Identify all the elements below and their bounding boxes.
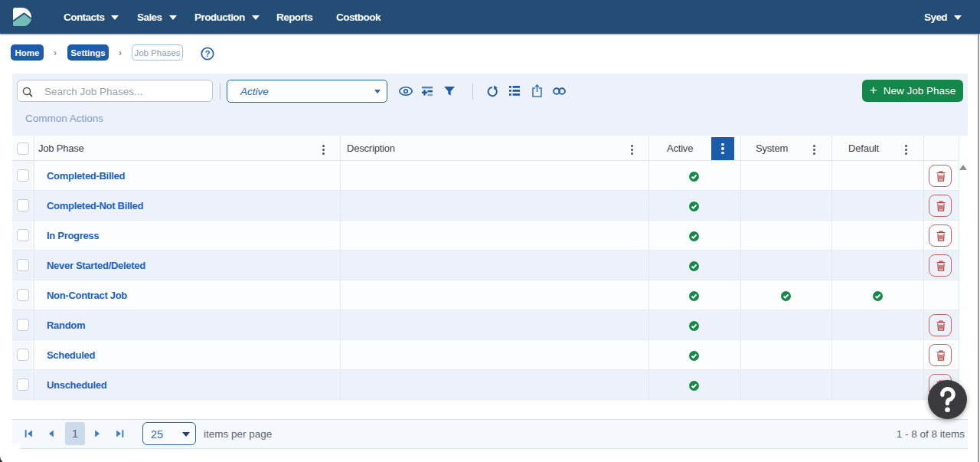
svg-text:?: ?	[204, 49, 210, 58]
